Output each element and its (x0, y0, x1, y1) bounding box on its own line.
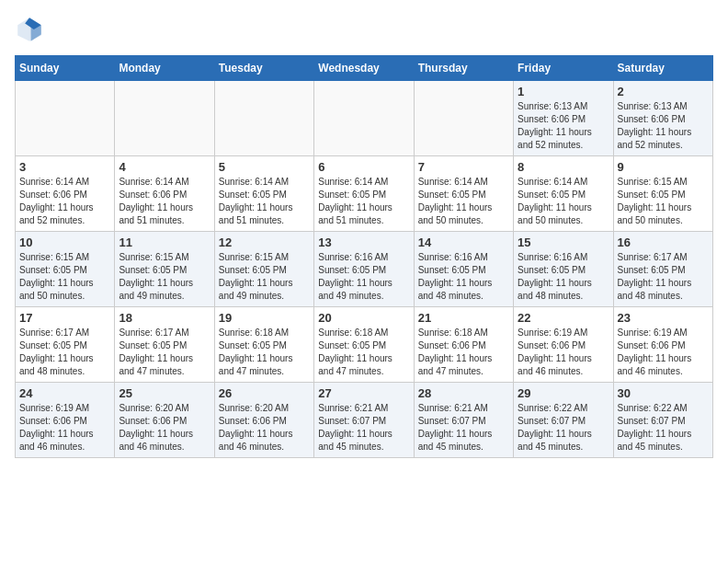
day-number: 22 (518, 311, 609, 325)
day-number: 14 (418, 236, 509, 249)
calendar-cell: 10Sunrise: 6:15 AM Sunset: 6:05 PM Dayli… (16, 232, 115, 307)
calendar-cell (314, 81, 414, 156)
calendar-cell: 28Sunrise: 6:21 AM Sunset: 6:07 PM Dayli… (414, 383, 513, 458)
calendar-cell: 25Sunrise: 6:20 AM Sunset: 6:06 PM Dayli… (115, 383, 214, 458)
day-number: 6 (318, 160, 409, 174)
day-info: Sunrise: 6:14 AM Sunset: 6:05 PM Dayligh… (418, 176, 509, 227)
day-number: 19 (219, 311, 310, 325)
calendar-cell: 3Sunrise: 6:14 AM Sunset: 6:06 PM Daylig… (16, 156, 115, 232)
day-info: Sunrise: 6:13 AM Sunset: 6:06 PM Dayligh… (618, 100, 709, 152)
calendar-cell (16, 81, 115, 156)
day-info: Sunrise: 6:21 AM Sunset: 6:07 PM Dayligh… (418, 402, 509, 454)
weekday-header-saturday: Saturday (613, 56, 712, 81)
calendar-cell: 2Sunrise: 6:13 AM Sunset: 6:06 PM Daylig… (613, 81, 712, 156)
day-number: 7 (418, 160, 509, 174)
day-info: Sunrise: 6:19 AM Sunset: 6:06 PM Dayligh… (518, 327, 609, 378)
day-info: Sunrise: 6:18 AM Sunset: 6:05 PM Dayligh… (318, 327, 409, 378)
day-info: Sunrise: 6:13 AM Sunset: 6:06 PM Dayligh… (518, 100, 609, 152)
day-info: Sunrise: 6:19 AM Sunset: 6:06 PM Dayligh… (19, 402, 110, 454)
calendar-cell: 1Sunrise: 6:13 AM Sunset: 6:06 PM Daylig… (514, 81, 613, 156)
day-info: Sunrise: 6:17 AM Sunset: 6:05 PM Dayligh… (618, 251, 709, 303)
calendar-cell: 18Sunrise: 6:17 AM Sunset: 6:05 PM Dayli… (115, 307, 214, 383)
day-number: 26 (219, 386, 310, 400)
calendar-cell (115, 81, 214, 156)
calendar-cell: 8Sunrise: 6:14 AM Sunset: 6:05 PM Daylig… (514, 156, 613, 232)
calendar-cell: 17Sunrise: 6:17 AM Sunset: 6:05 PM Dayli… (16, 307, 115, 383)
calendar-cell: 5Sunrise: 6:14 AM Sunset: 6:05 PM Daylig… (214, 156, 313, 232)
day-number: 27 (318, 386, 409, 400)
calendar-cell: 27Sunrise: 6:21 AM Sunset: 6:07 PM Dayli… (314, 383, 414, 458)
logo (15, 15, 48, 44)
day-info: Sunrise: 6:22 AM Sunset: 6:07 PM Dayligh… (518, 402, 609, 454)
calendar-cell: 11Sunrise: 6:15 AM Sunset: 6:05 PM Dayli… (115, 232, 214, 307)
day-number: 5 (219, 160, 310, 174)
day-number: 20 (318, 311, 409, 325)
weekday-header-wednesday: Wednesday (314, 56, 414, 81)
calendar-cell: 26Sunrise: 6:20 AM Sunset: 6:06 PM Dayli… (214, 383, 313, 458)
day-info: Sunrise: 6:18 AM Sunset: 6:06 PM Dayligh… (418, 327, 509, 378)
day-number: 15 (518, 236, 609, 249)
calendar-cell: 29Sunrise: 6:22 AM Sunset: 6:07 PM Dayli… (514, 383, 613, 458)
day-info: Sunrise: 6:16 AM Sunset: 6:05 PM Dayligh… (418, 251, 509, 303)
day-number: 2 (618, 85, 709, 98)
day-info: Sunrise: 6:21 AM Sunset: 6:07 PM Dayligh… (318, 402, 409, 454)
calendar-cell: 20Sunrise: 6:18 AM Sunset: 6:05 PM Dayli… (314, 307, 414, 383)
day-info: Sunrise: 6:22 AM Sunset: 6:07 PM Dayligh… (618, 402, 709, 454)
day-number: 11 (119, 236, 210, 249)
day-info: Sunrise: 6:19 AM Sunset: 6:06 PM Dayligh… (618, 327, 709, 378)
day-info: Sunrise: 6:14 AM Sunset: 6:06 PM Dayligh… (19, 176, 110, 227)
day-number: 17 (19, 311, 110, 325)
weekday-header-sunday: Sunday (16, 56, 115, 81)
day-info: Sunrise: 6:20 AM Sunset: 6:06 PM Dayligh… (119, 402, 210, 454)
day-info: Sunrise: 6:18 AM Sunset: 6:05 PM Dayligh… (219, 327, 310, 378)
calendar-cell: 22Sunrise: 6:19 AM Sunset: 6:06 PM Dayli… (514, 307, 613, 383)
day-info: Sunrise: 6:16 AM Sunset: 6:05 PM Dayligh… (318, 251, 409, 303)
weekday-header-tuesday: Tuesday (214, 56, 313, 81)
day-number: 25 (119, 386, 210, 400)
calendar-cell: 4Sunrise: 6:14 AM Sunset: 6:06 PM Daylig… (115, 156, 214, 232)
day-number: 3 (19, 160, 110, 174)
day-number: 13 (318, 236, 409, 249)
day-number: 16 (618, 236, 709, 249)
day-number: 12 (219, 236, 310, 249)
calendar-cell: 19Sunrise: 6:18 AM Sunset: 6:05 PM Dayli… (214, 307, 313, 383)
day-info: Sunrise: 6:15 AM Sunset: 6:05 PM Dayligh… (119, 251, 210, 303)
day-info: Sunrise: 6:14 AM Sunset: 6:06 PM Dayligh… (119, 176, 210, 227)
day-number: 29 (518, 386, 609, 400)
calendar-cell: 7Sunrise: 6:14 AM Sunset: 6:05 PM Daylig… (414, 156, 513, 232)
day-info: Sunrise: 6:15 AM Sunset: 6:05 PM Dayligh… (618, 176, 709, 227)
calendar-cell: 9Sunrise: 6:15 AM Sunset: 6:05 PM Daylig… (613, 156, 712, 232)
calendar-cell: 16Sunrise: 6:17 AM Sunset: 6:05 PM Dayli… (613, 232, 712, 307)
calendar-cell: 23Sunrise: 6:19 AM Sunset: 6:06 PM Dayli… (613, 307, 712, 383)
weekday-header-monday: Monday (115, 56, 214, 81)
calendar-cell: 13Sunrise: 6:16 AM Sunset: 6:05 PM Dayli… (314, 232, 414, 307)
day-info: Sunrise: 6:14 AM Sunset: 6:05 PM Dayligh… (518, 176, 609, 227)
weekday-header-friday: Friday (514, 56, 613, 81)
day-number: 9 (618, 160, 709, 174)
day-number: 10 (19, 236, 110, 249)
day-number: 18 (119, 311, 210, 325)
calendar-cell: 12Sunrise: 6:15 AM Sunset: 6:05 PM Dayli… (214, 232, 313, 307)
calendar-cell (414, 81, 513, 156)
day-number: 8 (518, 160, 609, 174)
weekday-header-thursday: Thursday (414, 56, 513, 81)
day-info: Sunrise: 6:14 AM Sunset: 6:05 PM Dayligh… (219, 176, 310, 227)
day-info: Sunrise: 6:14 AM Sunset: 6:05 PM Dayligh… (318, 176, 409, 227)
calendar-cell (214, 81, 313, 156)
day-info: Sunrise: 6:20 AM Sunset: 6:06 PM Dayligh… (219, 402, 310, 454)
day-info: Sunrise: 6:16 AM Sunset: 6:05 PM Dayligh… (518, 251, 609, 303)
calendar-cell: 30Sunrise: 6:22 AM Sunset: 6:07 PM Dayli… (613, 383, 712, 458)
calendar-table: SundayMondayTuesdayWednesdayThursdayFrid… (15, 55, 713, 458)
calendar-cell: 15Sunrise: 6:16 AM Sunset: 6:05 PM Dayli… (514, 232, 613, 307)
day-number: 30 (618, 386, 709, 400)
day-info: Sunrise: 6:17 AM Sunset: 6:05 PM Dayligh… (119, 327, 210, 378)
day-number: 4 (119, 160, 210, 174)
calendar-cell: 14Sunrise: 6:16 AM Sunset: 6:05 PM Dayli… (414, 232, 513, 307)
day-number: 23 (618, 311, 709, 325)
calendar-cell: 24Sunrise: 6:19 AM Sunset: 6:06 PM Dayli… (16, 383, 115, 458)
day-number: 24 (19, 386, 110, 400)
page-header (15, 15, 713, 44)
calendar-cell: 21Sunrise: 6:18 AM Sunset: 6:06 PM Dayli… (414, 307, 513, 383)
day-number: 1 (518, 85, 609, 98)
calendar-cell: 6Sunrise: 6:14 AM Sunset: 6:05 PM Daylig… (314, 156, 414, 232)
